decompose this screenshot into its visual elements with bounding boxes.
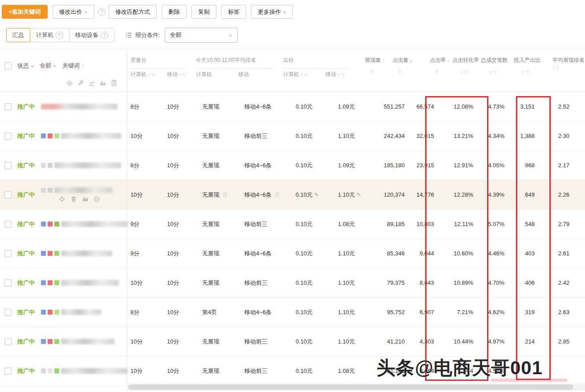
sort-up-icon[interactable]: ↑ <box>148 72 150 77</box>
cell-avg_rank: 4 <box>571 327 585 356</box>
horizontal-scrollbar-track[interactable] <box>127 384 585 391</box>
cell-avg_rank: 6 <box>571 151 585 180</box>
filter-funnel-icon[interactable]: ▽ <box>493 70 496 74</box>
tab-mobile[interactable]: 移动设备 ? <box>69 28 114 42</box>
filter-funnel-icon[interactable]: ▽ <box>305 73 308 77</box>
filter-funnel-icon[interactable]: ▽ <box>526 70 529 74</box>
filter-funnel-icon[interactable]: ▽ <box>435 69 439 74</box>
blurred-keyword <box>61 339 114 344</box>
cell-rank_mobile: 移动前三 <box>241 121 292 150</box>
tag-swatch <box>48 280 53 285</box>
row-checkbox[interactable] <box>4 103 12 110</box>
rank-detail-icon[interactable] <box>222 192 228 198</box>
sort-up-icon[interactable]: ↑ <box>179 72 182 77</box>
metric-column-header[interactable]: 平均展现排名 ↑ ▽ <box>542 49 585 92</box>
horizontal-scrollbar-thumb[interactable] <box>128 384 573 390</box>
clipboard-icon[interactable] <box>110 80 118 87</box>
cell-cvr: 4.73% <box>475 92 506 121</box>
row-checkbox[interactable] <box>4 221 12 228</box>
fixed-header: 状态 ∨ 全部 ∨ 关键词 ↑ <box>0 49 127 92</box>
cell-impressions: 242,434 <box>375 121 406 150</box>
tag-swatch <box>41 339 46 344</box>
cell-orders: 548 <box>506 210 536 238</box>
trend-chart-icon[interactable] <box>88 80 95 87</box>
rank-detail-icon[interactable] <box>274 192 280 198</box>
metric-column-header[interactable]: 点击率↑▽ <box>414 49 451 92</box>
cell-orders: 406 <box>506 268 536 297</box>
sort-up-icon[interactable]: ↑ <box>301 72 303 77</box>
filter-funnel-icon[interactable]: ▽ <box>152 73 155 77</box>
filter-funnel-icon[interactable]: ▽ <box>555 66 559 70</box>
filter-funnel-icon[interactable]: ▽ <box>398 69 401 74</box>
row-checkbox[interactable] <box>4 191 12 198</box>
row-checkbox[interactable] <box>4 133 12 140</box>
target-icon[interactable] <box>59 196 65 202</box>
subcolumn-header[interactable]: 移动↑▽ <box>322 71 363 78</box>
row-checkbox[interactable] <box>4 162 12 169</box>
tab-computer[interactable]: 计算机 ? <box>30 28 69 42</box>
filter-funnel-icon[interactable]: ▽ <box>465 70 468 74</box>
segment-select[interactable]: 全部 ∨ <box>165 28 238 43</box>
tag-swatch <box>41 188 46 193</box>
help-icon[interactable]: ? <box>98 8 106 16</box>
status-column-header[interactable]: 状态 <box>17 62 29 70</box>
tag-swatch <box>54 251 59 256</box>
filter-funnel-icon[interactable]: ▽ <box>370 69 374 74</box>
filter-funnel-icon[interactable]: ▽ <box>183 73 186 77</box>
status-filter-header[interactable]: 全部 <box>40 62 51 70</box>
sort-up-icon[interactable]: ↑ <box>382 58 385 63</box>
sort-up-icon[interactable]: ↑ <box>337 72 340 77</box>
select-all-checkbox[interactable] <box>4 62 12 69</box>
cell-bid_mobile: 1.10元 <box>335 298 375 327</box>
copy-button[interactable]: 复制 <box>191 5 216 19</box>
wrench-icon[interactable] <box>77 80 84 87</box>
add-keyword-button[interactable]: +添加关键词 <box>2 5 48 19</box>
subcolumn-header[interactable]: 计算机↑▽ <box>127 71 164 78</box>
sort-up-icon[interactable]: ↑ <box>522 69 525 75</box>
tag-button[interactable]: 标签 <box>221 5 246 19</box>
bar-chart-icon[interactable] <box>82 196 89 202</box>
subcolumn-header: 移动 <box>235 71 286 78</box>
metric-column-header[interactable]: 点击量↓▽ <box>386 49 414 92</box>
cell-avg_rank: 4 <box>571 92 585 121</box>
cell-bid_pc: 0.10元✎ <box>292 180 335 209</box>
row-checkbox[interactable] <box>4 309 12 316</box>
cell-quality_pc: 8分 <box>127 92 164 121</box>
more-actions-label: 更多操作 <box>258 8 281 16</box>
row-fixed-cell: 推广中 <box>0 180 127 209</box>
settings-gear-icon[interactable] <box>66 80 73 87</box>
keyword-column-header[interactable]: 关键词 <box>62 62 80 70</box>
sort-up-icon[interactable]: ↑ <box>461 69 463 75</box>
table-row: 推广中10分10分无展现移动前三0.10元1.10元41,2104,30310.… <box>0 327 585 356</box>
sort-up-icon[interactable]: ↑ <box>447 58 450 63</box>
cell-roi: 2.30 <box>536 121 571 150</box>
metric-column-header[interactable]: 投入产出比↑▽ <box>509 49 542 92</box>
edit-bid-icon[interactable]: ✎ <box>314 191 319 198</box>
bar-chart-icon[interactable] <box>99 80 106 87</box>
edit-bid-icon[interactable]: ✎ <box>356 191 361 198</box>
row-checkbox[interactable] <box>4 279 12 287</box>
row-checkbox[interactable] <box>4 368 12 375</box>
more-icon[interactable] <box>93 196 100 202</box>
more-actions-button[interactable]: 更多操作 ∨ <box>251 5 293 19</box>
table-header: 状态 ∨ 全部 ∨ 关键词 ↑ 质量分计算机↑▽移动↑▽今天10:00-11:0… <box>0 49 585 92</box>
filter-funnel-icon[interactable]: ▽ <box>341 73 345 77</box>
row-fixed-cell: 推广中 <box>0 121 127 150</box>
sort-up-icon[interactable]: ↑ <box>81 63 84 69</box>
metric-column-header[interactable]: 总成交笔数↑▽ <box>480 49 509 92</box>
chevron-down-icon: ∨ <box>85 10 88 14</box>
sort-up-icon[interactable]: ↑ <box>489 69 492 75</box>
modify-bid-button[interactable]: 修改出价 ∨ <box>53 5 94 19</box>
trash-icon[interactable] <box>70 196 77 202</box>
row-checkbox[interactable] <box>4 338 12 345</box>
sort-down-icon[interactable]: ↓ <box>410 58 413 63</box>
row-fixed-cell: 推广中 <box>0 356 127 385</box>
row-checkbox[interactable] <box>4 250 12 257</box>
subcolumn-header[interactable]: 计算机↑▽ <box>280 71 322 78</box>
metric-column-header[interactable]: 点击转化率↑▽ <box>451 49 480 92</box>
tab-summary[interactable]: 汇总 <box>6 28 30 42</box>
modify-match-button[interactable]: 修改匹配方式 <box>109 5 157 19</box>
keyword-management-page: +添加关键词 修改出价 ∨ ? 修改匹配方式 删除 复制 标签 更多操作 ∨ 汇… <box>0 0 585 392</box>
delete-button[interactable]: 删除 <box>162 5 187 19</box>
cell-quality_mobile: 10分 <box>164 356 199 385</box>
